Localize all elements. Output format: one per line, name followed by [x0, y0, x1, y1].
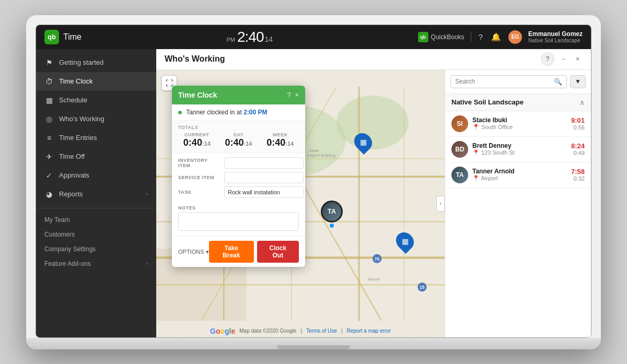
sidebar-item-time-off[interactable]: ✈ Time Off	[36, 147, 156, 166]
avatar-text-stacie: SI	[451, 115, 468, 132]
time-sub-tanner: 0:32	[571, 175, 585, 182]
take-break-button[interactable]: Take Break	[209, 241, 254, 263]
popup-notes: NOTES	[172, 205, 305, 236]
options-button[interactable]: OPTIONS ▾	[178, 249, 209, 255]
avatar-stacie: SI	[451, 115, 468, 132]
popup-title: Time Clock	[178, 91, 217, 99]
service-input[interactable]	[224, 172, 304, 183]
inventory-label: INVENTORY ITEM	[178, 158, 220, 168]
employee-row-2: TA Tanner Arnold 📍 Airport	[445, 162, 591, 188]
map-container: 70 15 Hills Village State Capitol Buildi…	[156, 70, 445, 337]
popup-status-time: 2:00 PM	[243, 109, 267, 116]
reports-icon: ◕	[44, 190, 54, 199]
bell-icon[interactable]: 🔔	[490, 31, 502, 43]
minimize-button[interactable]: −	[559, 54, 568, 64]
sidebar-item-time-clock[interactable]: ⏱ Time Clock	[36, 72, 156, 91]
qb-icon: qb	[44, 30, 59, 44]
user-name: Emmanuel Gomez	[528, 30, 583, 38]
app-title: Time	[63, 32, 82, 42]
company-section: Native Soil Landscape ∧ SI Stacie Ibuki	[445, 94, 591, 337]
popup-status-text: Tanner clocked in at	[186, 109, 242, 116]
search-icon: 🔍	[554, 78, 562, 86]
sidebar-item-whos-working[interactable]: ◎ Who's Working	[36, 110, 156, 128]
inventory-row: INVENTORY ITEM	[178, 157, 299, 169]
sidebar-item-approvals[interactable]: ✓ Approvals	[36, 166, 156, 185]
popup-header-icons: ? ×	[287, 91, 299, 99]
app-logo: qb Time	[44, 30, 82, 44]
filter-button[interactable]: ▼	[570, 75, 586, 88]
location-pin-1: 📍	[472, 149, 480, 156]
qb-logo-small: qb	[418, 32, 428, 42]
time-value-stacie: 9:01	[571, 116, 585, 124]
sidebar-item-time-entries[interactable]: ≡ Time Entries	[36, 128, 156, 147]
svg-text:Airport: Airport	[368, 276, 380, 281]
inventory-input[interactable]	[224, 157, 304, 169]
employee-info-stacie: Stacie Ibuki 📍 South Office	[472, 116, 567, 131]
sidebar-label-schedule: Schedule	[59, 96, 148, 104]
popup-actions: OPTIONS ▾ Take Break Clock Out	[172, 236, 305, 267]
map-marker-person-tanner[interactable]: TA	[321, 201, 343, 228]
employee-info-brett: Brett Denney 📍 123 South St	[472, 142, 567, 156]
avatar-tanner: TA	[451, 167, 468, 183]
content-area: Who's Working ? − ×	[156, 49, 591, 337]
map-panel-container: 70 15 Hills Village State Capitol Buildi…	[156, 70, 591, 337]
map-marker-2[interactable]: ▦	[355, 133, 371, 151]
panel-collapse-button[interactable]: ›	[436, 196, 445, 212]
help-icon[interactable]: ?	[478, 31, 484, 42]
search-input[interactable]	[455, 78, 551, 85]
google-logo: Google	[210, 327, 235, 335]
totals-label: TOTALS	[178, 125, 299, 130]
employee-location-tanner: 📍 Airport	[472, 175, 567, 182]
sidebar-sub-customers[interactable]: Customers	[36, 227, 156, 242]
popup-help-icon[interactable]: ?	[287, 91, 291, 99]
popup-close-icon[interactable]: ×	[295, 91, 299, 99]
task-input[interactable]	[224, 186, 304, 198]
sidebar-sub-company-settings[interactable]: Company Settings	[36, 242, 156, 256]
status-dot	[178, 111, 182, 114]
service-label: SERVICE ITEM	[178, 175, 220, 180]
notes-textarea[interactable]	[178, 212, 299, 231]
popup-header: Time Clock ? ×	[172, 86, 305, 104]
quickbooks-label: QuickBooks	[431, 33, 465, 41]
service-row: SERVICE ITEM	[178, 172, 299, 183]
pin-icon: ◎	[44, 114, 54, 124]
help-circle-icon[interactable]: ?	[541, 52, 554, 66]
svg-text:70: 70	[375, 256, 380, 261]
company-name: Native Soil Landscape	[451, 98, 524, 106]
reports-arrow: ›	[146, 191, 148, 197]
approvals-icon: ✓	[44, 171, 54, 180]
right-panel: 🔍 ▼ Native Soil Landscape ∧	[445, 70, 591, 337]
employee-time-tanner: 7:58 0:32	[571, 168, 585, 182]
totals-row: CURRENT 0:40:14 DAY	[178, 132, 299, 149]
search-input-wrap: 🔍	[450, 75, 567, 88]
svg-point-2	[336, 96, 409, 150]
feature-addons-arrow: ›	[146, 261, 148, 266]
sidebar-sub-my-team[interactable]: My Team	[36, 213, 156, 227]
sidebar-item-schedule[interactable]: ▦ Schedule	[36, 91, 156, 110]
map-marker-3[interactable]: ▦	[397, 232, 413, 251]
company-collapse-icon[interactable]: ∧	[579, 98, 585, 107]
laptop-base	[26, 338, 601, 349]
location-pin-0: 📍	[472, 124, 480, 130]
sidebar-item-getting-started[interactable]: Getting started	[36, 53, 156, 72]
close-button[interactable]: ×	[573, 54, 583, 64]
day-value: 0:40:14	[220, 137, 258, 149]
report-map-error-link[interactable]: Report a map error	[347, 328, 391, 334]
divider	[471, 32, 471, 42]
current-value: 0:40:14	[178, 137, 216, 149]
sidebar-item-reports[interactable]: ◕ Reports ›	[36, 185, 156, 204]
user-initials: EG	[512, 34, 519, 40]
terms-of-use-link[interactable]: Terms of Use	[306, 328, 337, 334]
clock-out-button[interactable]: Clock Out	[257, 241, 299, 263]
quickbooks-link[interactable]: qb QuickBooks	[418, 32, 465, 42]
svg-text:State: State	[309, 148, 319, 152]
page-header: Who's Working ? − ×	[156, 49, 591, 70]
employee-time-brett: 8:24 0:49	[571, 142, 585, 156]
filter-icon: ▼	[575, 78, 581, 85]
notes-label: NOTES	[178, 205, 299, 210]
employee-time-stacie: 9:01 0:56	[571, 116, 585, 131]
location-pin-2: 📍	[472, 175, 480, 181]
popup-status: Tanner clocked in at 2:00 PM	[172, 104, 305, 121]
sidebar-sub-feature-add-ons[interactable]: Feature Add-ons ›	[36, 256, 156, 271]
page-title: Who's Working	[165, 54, 225, 64]
